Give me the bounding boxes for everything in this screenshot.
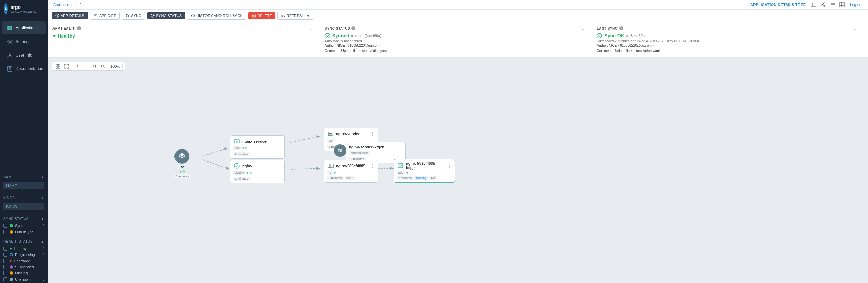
node-nginx-rs[interactable]: nginx-589cf4885 ⋮ rs ♥ 2 minutes rev:1 bbox=[324, 160, 378, 183]
applications-icon bbox=[7, 25, 13, 31]
sidebar-item-documentation[interactable]: Documentation bbox=[2, 62, 46, 75]
degraded-label: Degraded bbox=[14, 259, 30, 263]
nginx-deploy-badges: deploy ♥ ⟳ bbox=[233, 171, 281, 175]
svg-point-28 bbox=[151, 14, 154, 17]
sync-status-help-icon[interactable]: ? bbox=[351, 26, 355, 30]
health-filter-unknown[interactable]: Unknown 0 bbox=[3, 276, 44, 282]
svg-point-27 bbox=[57, 15, 57, 15]
nginx-rs-badges: rs ♥ bbox=[327, 171, 375, 175]
unknown-dot bbox=[10, 278, 13, 281]
app-details-button[interactable]: APP DETAILS bbox=[52, 12, 88, 19]
nginx-deploy-menu[interactable]: ⋮ bbox=[277, 163, 281, 169]
health-check-unknown[interactable] bbox=[3, 277, 7, 281]
name-filter-collapse[interactable]: ▲ bbox=[41, 175, 44, 179]
sync-status-collapse[interactable]: ▲ bbox=[41, 217, 44, 221]
health-filter-missing[interactable]: Missing 0 bbox=[3, 270, 44, 276]
synced-dot bbox=[10, 224, 13, 227]
nginx-rs-menu[interactable]: ⋮ bbox=[370, 163, 375, 169]
breadcrumb-current: t2 bbox=[78, 3, 81, 7]
table-view-icon[interactable] bbox=[838, 1, 846, 9]
xtq2n-title: nginx-service-xtq2n bbox=[349, 145, 396, 149]
svg-rect-2 bbox=[7, 28, 10, 30]
network-view-icon[interactable] bbox=[819, 1, 827, 9]
kinds-filter-collapse[interactable]: ▲ bbox=[41, 196, 44, 200]
health-check-missing[interactable] bbox=[3, 271, 7, 275]
synced-label: Synced bbox=[15, 224, 28, 228]
sync-check-synced[interactable] bbox=[3, 224, 7, 228]
name-filter-label: NAME bbox=[3, 175, 14, 179]
back-button[interactable]: ← bbox=[40, 5, 44, 13]
last-sync-help-icon[interactable]: ? bbox=[619, 26, 623, 30]
zoom-out-small-button[interactable] bbox=[100, 64, 106, 69]
suspended-dot bbox=[10, 265, 13, 269]
node-nginx-deploy[interactable]: nginx ⋮ deploy ♥ ⟳ 2 minutes bbox=[230, 160, 285, 183]
health-filter-healthy[interactable]: ♥ Healthy 4 bbox=[3, 246, 44, 252]
topbar-right: APPLICATION DETAILS TREE Log out bbox=[750, 1, 863, 9]
progressing-dot bbox=[10, 253, 13, 256]
zoom-out-button[interactable]: − bbox=[82, 63, 87, 69]
nginx-pod-time: 2 minutes bbox=[397, 176, 413, 180]
healthy-heart-icon: ♥ bbox=[10, 247, 12, 251]
node-nginx-service-svc[interactable]: nginx-service ⋮ svc ♥ ⟳ 2 minutes bbox=[230, 135, 285, 159]
sync-button[interactable]: SYNC bbox=[122, 12, 145, 20]
sync-status-more[interactable]: ... bbox=[582, 26, 586, 31]
delete-button[interactable]: DELETE bbox=[248, 12, 275, 19]
svg-point-56 bbox=[330, 133, 331, 135]
health-status-collapse[interactable]: ▲ bbox=[41, 240, 44, 243]
breadcrumb-parent[interactable]: Applications bbox=[53, 3, 73, 7]
last-sync-more[interactable]: ... bbox=[854, 26, 858, 31]
nginx-pod-status: running bbox=[414, 176, 428, 180]
zoom-search-button[interactable] bbox=[91, 64, 98, 69]
nginx-service-svc-menu[interactable]: ⋮ bbox=[277, 139, 281, 144]
sidebar-item-userinfo[interactable]: User Info bbox=[2, 49, 46, 62]
zoom-in-button[interactable]: + bbox=[75, 63, 80, 69]
full-screen-button[interactable] bbox=[63, 63, 71, 69]
unknown-label: Unknown bbox=[15, 277, 31, 281]
svg-line-49 bbox=[291, 168, 320, 169]
docs-icon bbox=[7, 66, 13, 72]
app-details-tree-link[interactable]: APPLICATION DETAILS TREE bbox=[750, 3, 806, 7]
history-rollback-button[interactable]: HISTORY AND ROLLBACK bbox=[187, 12, 246, 20]
svg-line-45 bbox=[202, 148, 228, 156]
xtq2n-menu[interactable]: ⋮ bbox=[398, 144, 402, 150]
t2-node-label: t2 ♥ ⟳ 8 minutes bbox=[169, 165, 196, 178]
svg-line-47 bbox=[290, 136, 320, 143]
list-view-icon[interactable] bbox=[829, 1, 836, 9]
app-diff-button[interactable]: APP DIFF bbox=[90, 12, 120, 20]
last-sync-panel: LAST SYNC ? ... Sync OK to 3ec469a Succe… bbox=[591, 26, 863, 54]
tree-view-icon[interactable] bbox=[810, 1, 817, 9]
nginx-pod-badges: pod ♥ bbox=[397, 171, 452, 175]
sync-filter-outofsync[interactable]: OutOfSync 0 bbox=[3, 229, 44, 235]
health-filter-progressing[interactable]: Progressing 0 bbox=[3, 252, 44, 258]
health-check-healthy[interactable] bbox=[3, 247, 7, 251]
health-check-progressing[interactable] bbox=[3, 253, 7, 257]
svg-rect-38 bbox=[58, 67, 60, 68]
t2-sync-icon: ⟳ bbox=[182, 170, 185, 173]
nginx-service-ep-menu[interactable]: ⋮ bbox=[370, 131, 375, 137]
app-node-t2[interactable] bbox=[174, 149, 189, 164]
sync-filter-synced[interactable]: Synced 2 bbox=[3, 223, 44, 229]
refresh-icon bbox=[281, 14, 285, 18]
sync-check-outofsync[interactable] bbox=[3, 230, 7, 234]
nginx-pod-menu[interactable]: ⋮ bbox=[447, 163, 452, 168]
health-check-degraded[interactable] bbox=[3, 259, 7, 263]
toolbar-separator bbox=[73, 64, 73, 69]
health-filter-suspended[interactable]: Suspended 0 bbox=[3, 264, 44, 270]
nginx-service-ep-title: nginx-service bbox=[336, 132, 369, 136]
logout-button[interactable]: Log out bbox=[850, 3, 863, 7]
kinds-filter-input[interactable] bbox=[3, 203, 44, 210]
fit-screen-button[interactable] bbox=[54, 63, 62, 69]
node-nginx-pod[interactable]: nginx-589cf4885-bcpjr ⋮ pod ♥ 2 minutes … bbox=[394, 159, 455, 183]
sidebar-item-applications[interactable]: Applications bbox=[2, 21, 46, 34]
health-check-suspended[interactable] bbox=[3, 265, 7, 269]
name-filter-input[interactable] bbox=[3, 182, 44, 189]
refresh-button[interactable]: REFRESH ▼ bbox=[277, 12, 314, 20]
health-filter-degraded[interactable]: ♥ Degraded 0 bbox=[3, 258, 44, 264]
svc-sync-icon: ⟳ bbox=[245, 146, 248, 150]
sync-status-button[interactable]: SYNC STATUS bbox=[147, 12, 185, 19]
app-health-help-icon[interactable]: ? bbox=[77, 26, 81, 30]
svg-rect-21 bbox=[840, 2, 844, 7]
sidebar-item-settings[interactable]: Settings bbox=[2, 35, 46, 48]
app-health-value: Healthy bbox=[58, 33, 75, 39]
app-health-more[interactable]: ... bbox=[309, 26, 314, 31]
